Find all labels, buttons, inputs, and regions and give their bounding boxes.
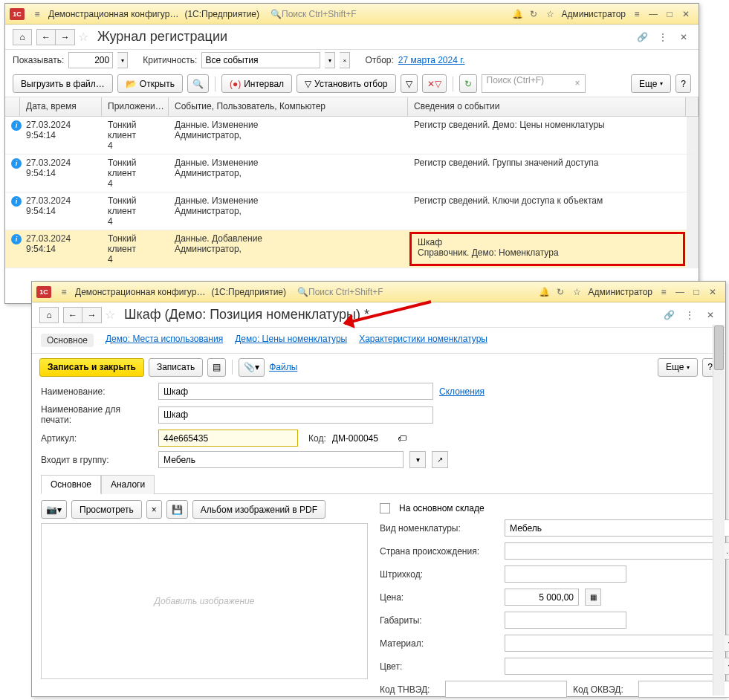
star-icon[interactable]: ☆ [542, 7, 558, 22]
save-button[interactable]: Записать [149, 358, 203, 377]
bell-icon[interactable]: 🔔 [509, 7, 525, 22]
group-input[interactable] [158, 451, 404, 468]
more-menu-icon[interactable]: ⋮ [655, 30, 670, 45]
image-placeholder[interactable]: Добавить изображение [41, 523, 368, 679]
color-input[interactable] [505, 658, 716, 675]
refresh-button[interactable]: ↻ [459, 74, 477, 93]
link-icon[interactable]: 🔗 [661, 308, 676, 323]
crit-clear[interactable]: × [340, 52, 350, 68]
col-app[interactable]: Приложени… [102, 97, 169, 116]
close-icon[interactable]: ✕ [704, 285, 721, 299]
calc-icon[interactable]: ▦ [585, 589, 601, 606]
home-button[interactable]: ⌂ [13, 29, 32, 45]
close-tab-icon[interactable]: ✕ [703, 308, 718, 323]
history-icon[interactable]: ↻ [552, 285, 568, 299]
filter-off-button[interactable]: ✕▽ [422, 74, 447, 93]
star-icon[interactable]: ☆ [568, 285, 585, 299]
maximize-icon[interactable]: □ [688, 285, 704, 299]
tab-main[interactable]: Основное [41, 334, 94, 347]
report-button[interactable]: ▤ [207, 358, 226, 377]
close-icon[interactable]: ✕ [678, 7, 694, 22]
group-dd[interactable]: ▾ [409, 451, 426, 468]
group-open[interactable]: ↗ [432, 451, 448, 468]
set-filter-button[interactable]: ▽Установить отбор [297, 74, 395, 93]
close-tab-icon[interactable]: ✕ [676, 30, 691, 45]
col-event[interactable]: Событие, Пользователь, Компьютер [169, 97, 408, 116]
price-input[interactable] [505, 589, 579, 606]
show-stepper[interactable]: ▾ [117, 52, 128, 68]
settings-icon[interactable]: ≡ [655, 285, 672, 299]
show-count-input[interactable] [68, 52, 113, 68]
nav-toolbar: ⌂ ← → ☆ Журнал регистрации 🔗 ⋮ ✕ [5, 25, 699, 50]
inner-tabs: Основное Аналоги [41, 475, 716, 494]
vertical-scrollbar[interactable] [713, 325, 725, 696]
files-link[interactable]: Файлы [269, 362, 297, 372]
save-img-button[interactable]: 💾 [166, 500, 188, 519]
more-button-2[interactable]: Еще▾ [658, 358, 698, 377]
maximize-icon[interactable]: □ [661, 7, 678, 22]
table-search-input[interactable]: Поиск (Ctrl+F)× [482, 74, 586, 93]
crit-select[interactable] [201, 52, 320, 68]
more-button[interactable]: Еще▾ [631, 74, 671, 93]
filter-date-link[interactable]: 27 марта 2024 г. [398, 55, 465, 65]
global-search[interactable]: 🔍 Поиск Ctrl+Shift+F [265, 7, 362, 22]
view-button[interactable]: Просмотреть [71, 500, 142, 519]
dims-input[interactable] [505, 612, 626, 629]
tnved-input[interactable] [445, 681, 567, 698]
tab-chars[interactable]: Характеристики номенклатуры [359, 334, 487, 347]
material-input[interactable] [505, 635, 716, 652]
titlebar: 1C ≡ Демонстрационная конфигур… (1С:Пред… [5, 4, 699, 25]
favorite-star-icon[interactable]: ☆ [78, 30, 88, 44]
tag-icon[interactable]: 🏷 [398, 433, 406, 444]
back-button[interactable]: ← [63, 307, 82, 323]
link-icon[interactable]: 🔗 [635, 30, 649, 45]
tab-prices[interactable]: Демо: Цены номенклатуры [235, 334, 347, 347]
itab-analogs[interactable]: Аналоги [101, 475, 155, 494]
kind-input[interactable] [505, 519, 729, 537]
favorite-star-icon[interactable]: ☆ [105, 308, 115, 322]
forward-button[interactable]: → [82, 307, 102, 323]
find-refs-button[interactable]: 🔍 [187, 74, 209, 93]
barcode-input[interactable] [505, 565, 626, 583]
minimize-icon[interactable]: — [645, 7, 661, 22]
help-button[interactable]: ? [675, 74, 691, 93]
global-search[interactable]: 🔍 Поиск Ctrl+Shift+F [292, 285, 389, 299]
price-label: Цена: [380, 592, 499, 603]
pname-input[interactable] [158, 406, 433, 424]
table-row[interactable]: i 27.03.20249:54:14 Тонкий клиент4 Данны… [5, 155, 699, 192]
col-date[interactable]: Дата, время [20, 97, 102, 116]
table-row[interactable]: i 27.03.20249:54:14 Тонкий клиент4 Данны… [5, 117, 699, 155]
table-row[interactable]: i 27.03.20249:54:14 Тонкий клиент4 Данны… [5, 230, 699, 268]
tab-places[interactable]: Демо: Места использования [106, 334, 223, 347]
clear-img-button[interactable]: × [146, 500, 162, 519]
command-bar: Выгрузить в файл… 📂Открыть 🔍 (●)Интервал… [5, 71, 699, 97]
table-row[interactable]: i 27.03.20249:54:14 Тонкий клиент4 Данны… [5, 192, 699, 230]
forward-button[interactable]: → [56, 29, 75, 45]
crit-dd[interactable]: ▾ [325, 52, 335, 68]
itab-main[interactable]: Основное [41, 475, 101, 494]
item-window: 1C ≡ Демонстрационная конфигур… (1С:Пред… [31, 281, 726, 697]
col-info[interactable]: Сведения о событии [408, 97, 686, 116]
back-button[interactable]: ← [36, 29, 56, 45]
attach-button[interactable]: 📎▾ [239, 358, 265, 377]
home-button[interactable]: ⌂ [39, 307, 59, 323]
export-button[interactable]: Выгрузить в файл… [13, 74, 113, 93]
open-button[interactable]: 📂Открыть [117, 74, 183, 93]
country-input[interactable] [505, 542, 716, 560]
album-button[interactable]: Альбом изображений в PDF [192, 500, 325, 519]
stock-checkbox[interactable] [380, 503, 390, 513]
filter-on-button[interactable]: ▽ [401, 74, 418, 93]
menu-icon[interactable]: ≡ [56, 285, 72, 299]
minimize-icon[interactable]: — [672, 285, 688, 299]
interval-button[interactable]: (●)Интервал [221, 74, 292, 93]
menu-icon[interactable]: ≡ [29, 7, 45, 22]
declensions-link[interactable]: Склонения [439, 386, 485, 397]
more-menu-icon[interactable]: ⋮ [682, 308, 697, 323]
bell-icon[interactable]: 🔔 [536, 285, 552, 299]
name-input[interactable] [158, 383, 433, 400]
article-input[interactable] [158, 430, 298, 447]
save-close-button[interactable]: Записать и закрыть [39, 358, 144, 377]
camera-button[interactable]: 📷▾ [41, 500, 67, 519]
history-icon[interactable]: ↻ [525, 7, 542, 22]
settings-icon[interactable]: ≡ [629, 7, 645, 22]
